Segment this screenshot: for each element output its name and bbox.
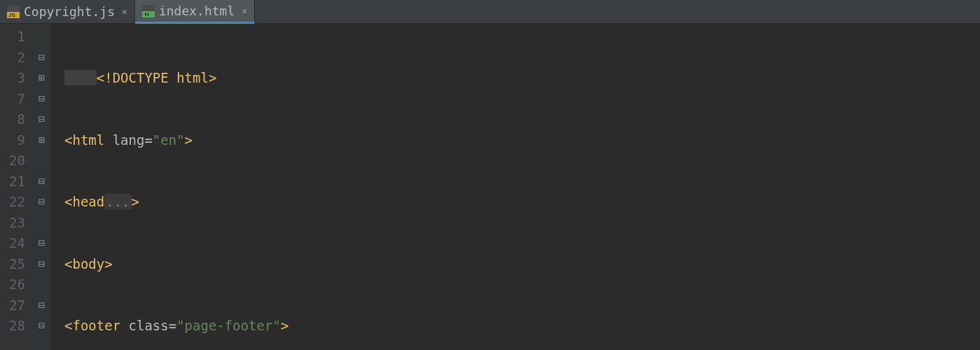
svg-text:H: H: [145, 11, 149, 18]
tab-index-html[interactable]: H index.html ✕: [135, 0, 255, 24]
fold-toggle[interactable]: ⊟: [32, 254, 50, 275]
editor: 1 2 3 7 8 9 20 21 22 23 24 25 26 27 28 ⊟…: [0, 24, 980, 350]
code-line: <head...>: [50, 192, 980, 213]
line-number: 27: [0, 295, 25, 316]
code-line: <body>: [50, 254, 980, 275]
fold-gutter[interactable]: ⊟ ⊞ ⊟ ⊟ ⊞ ⊟ ⊟ ⊟ ⊟ ⊟ ⊟: [32, 24, 50, 350]
fold-toggle: [32, 213, 50, 234]
fold-toggle[interactable]: ⊟: [32, 109, 50, 130]
line-number: 23: [0, 213, 25, 234]
fold-toggle[interactable]: ⊞: [32, 130, 50, 151]
fold-toggle[interactable]: ⊟: [32, 172, 50, 192]
fold-toggle[interactable]: ⊟: [32, 192, 50, 213]
fold-toggle: [32, 150, 50, 172]
line-number: 3: [0, 68, 25, 89]
fold-toggle[interactable]: ⊞: [32, 68, 50, 89]
line-number: 1: [0, 27, 25, 48]
fold-toggle[interactable]: ⊟: [32, 233, 50, 254]
js-file-icon: JS: [7, 6, 20, 18]
code-area[interactable]: <!DOCTYPE html> <html lang="en"> <head..…: [50, 24, 980, 350]
close-icon[interactable]: ✕: [122, 6, 127, 17]
line-number: 8: [0, 109, 25, 130]
code-line: <!DOCTYPE html>: [50, 68, 980, 89]
line-number: 20: [0, 150, 25, 172]
line-number: 21: [0, 172, 25, 192]
fold-toggle: [32, 274, 50, 295]
line-number: 9: [0, 130, 25, 151]
fold-toggle[interactable]: ⊟: [32, 89, 50, 110]
tab-copyright-js[interactable]: JS Copyright.js ✕: [0, 0, 135, 23]
line-number: 24: [0, 233, 25, 254]
line-number: 2: [0, 48, 25, 69]
fold-toggle[interactable]: ⊟: [32, 316, 50, 337]
line-number: 22: [0, 192, 25, 213]
line-number-gutter[interactable]: 1 2 3 7 8 9 20 21 22 23 24 25 26 27 28: [0, 24, 32, 350]
line-number: 26: [0, 274, 25, 295]
line-number: 7: [0, 89, 25, 110]
html-file-icon: H: [142, 5, 155, 18]
tab-label: Copyright.js: [24, 4, 115, 19]
fold-toggle[interactable]: ⊟: [32, 48, 50, 69]
svg-text:JS: JS: [8, 12, 15, 18]
fold-toggle: [32, 27, 50, 48]
code-line: <footer class="page-footer">: [50, 316, 980, 337]
fold-toggle[interactable]: ⊟: [32, 295, 50, 316]
code-line: <html lang="en">: [50, 130, 980, 151]
line-number: 25: [0, 254, 25, 275]
line-number: 28: [0, 316, 25, 337]
tab-bar: JS Copyright.js ✕ H index.html ✕: [0, 0, 980, 24]
close-icon[interactable]: ✕: [241, 6, 247, 16]
tab-label: index.html: [159, 4, 234, 18]
